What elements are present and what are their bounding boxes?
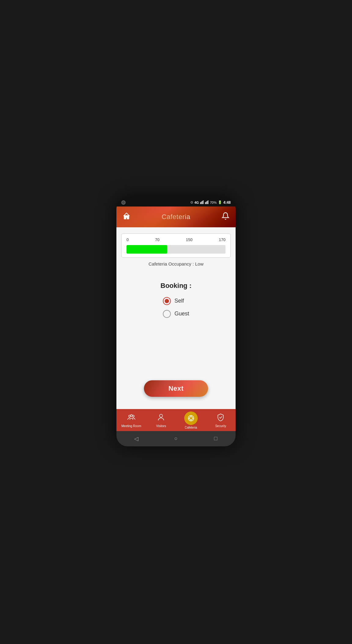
svg-point-9	[132, 415, 134, 417]
nav-label-visitors: Visitors	[156, 424, 166, 428]
nav-item-visitors[interactable]: Visitors	[146, 413, 176, 428]
status-bar: ⊙ 4G 70% 🔋 4:48	[116, 198, 236, 207]
visitors-icon	[157, 413, 165, 423]
next-button[interactable]: Next	[144, 380, 208, 397]
nav-label-meeting-room: Meeting Room	[121, 424, 141, 428]
page-title: Cafeteria	[162, 213, 190, 221]
camera-icon	[121, 200, 126, 205]
security-icon	[216, 413, 225, 423]
progress-bar-background	[127, 245, 226, 254]
nav-item-meeting-room[interactable]: Meeting Room	[116, 413, 146, 428]
booking-title: Booking :	[160, 282, 191, 290]
radio-self[interactable]: Self	[163, 297, 189, 305]
radio-guest-outer[interactable]	[163, 310, 171, 318]
recent-button[interactable]: □	[211, 434, 220, 443]
battery-percent: 70%	[210, 201, 217, 204]
occupancy-chart: 0 70 150 170	[121, 233, 231, 258]
occupancy-label: Cafeteria Occupancy : Low	[121, 261, 231, 266]
cafeteria-icon	[184, 411, 198, 425]
radio-guest[interactable]: Guest	[163, 310, 189, 318]
label-0: 0	[127, 237, 129, 242]
svg-rect-0	[200, 202, 201, 204]
svg-point-11	[160, 414, 163, 417]
system-nav: ◁ ○ □	[116, 431, 236, 446]
status-left	[121, 200, 126, 205]
nav-label-security: Security	[215, 424, 226, 428]
label-70: 70	[155, 237, 160, 242]
label-170: 170	[219, 237, 226, 242]
progress-bar-fill	[127, 245, 167, 254]
status-right: ⊙ 4G 70% 🔋 4:48	[190, 200, 231, 205]
next-button-wrap: Next	[144, 374, 208, 403]
back-button[interactable]: ◁	[132, 434, 141, 443]
bottom-nav: Meeting Room Visitors Cafeteria	[116, 409, 236, 431]
radio-group: Self Guest	[163, 297, 189, 318]
svg-rect-2	[202, 201, 203, 204]
svg-point-8	[129, 415, 130, 417]
nav-item-cafeteria[interactable]: Cafeteria	[176, 411, 206, 429]
nav-label-cafeteria: Cafeteria	[185, 426, 197, 429]
home-sys-button[interactable]: ○	[171, 434, 181, 443]
notification-button[interactable]	[222, 212, 229, 222]
svg-rect-5	[206, 202, 207, 204]
network-type: 4G	[194, 201, 199, 204]
phone-frame: ⊙ 4G 70% 🔋 4:48	[116, 198, 236, 446]
booking-section: Booking : Self Guest Next	[121, 273, 231, 403]
meeting-room-icon	[127, 413, 136, 423]
label-150: 150	[186, 237, 193, 242]
chart-labels: 0 70 150 170	[127, 237, 226, 242]
home-button[interactable]	[123, 212, 130, 222]
svg-point-13	[189, 417, 193, 420]
signal-icon-2	[205, 200, 209, 205]
main-content: 0 70 150 170 Cafeteria Occupancy : Low B…	[116, 227, 236, 409]
svg-rect-1	[201, 202, 202, 204]
battery-icon: 🔋	[218, 200, 222, 204]
svg-rect-4	[205, 202, 206, 204]
radio-self-inner	[165, 299, 169, 303]
svg-point-10	[130, 415, 132, 416]
svg-rect-6	[207, 201, 207, 204]
svg-rect-7	[208, 200, 208, 204]
nav-item-security[interactable]: Security	[206, 413, 236, 428]
radio-self-outer[interactable]	[163, 297, 171, 305]
radio-self-label: Self	[174, 298, 184, 304]
radio-guest-label: Guest	[174, 311, 189, 317]
svg-rect-3	[203, 200, 204, 204]
hotspot-icon: ⊙	[190, 200, 193, 204]
header: Cafeteria	[116, 207, 236, 227]
signal-icon	[200, 200, 204, 205]
clock: 4:48	[223, 200, 231, 205]
